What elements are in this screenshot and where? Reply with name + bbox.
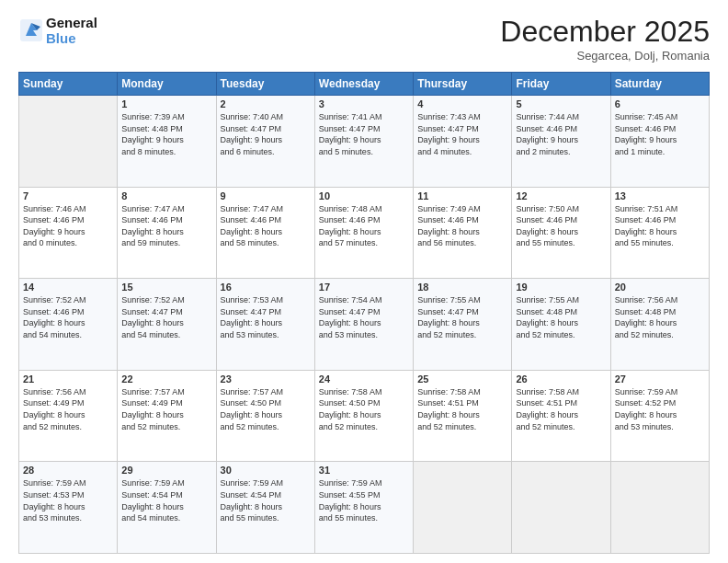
logo-text: General Blue bbox=[46, 15, 97, 46]
day-number: 29 bbox=[121, 465, 211, 476]
day-info: Sunrise: 7:41 AMSunset: 4:47 PMDaylight:… bbox=[319, 111, 409, 157]
day-info: Sunrise: 7:52 AMSunset: 4:47 PMDaylight:… bbox=[121, 294, 211, 340]
day-cell: 29Sunrise: 7:59 AMSunset: 4:54 PMDayligh… bbox=[118, 462, 216, 554]
week-row-3: 14Sunrise: 7:52 AMSunset: 4:46 PMDayligh… bbox=[19, 279, 710, 371]
day-cell: 19Sunrise: 7:55 AMSunset: 4:48 PMDayligh… bbox=[512, 279, 610, 371]
day-number: 24 bbox=[319, 373, 409, 385]
day-number: 21 bbox=[23, 373, 113, 385]
day-number: 16 bbox=[221, 282, 311, 293]
day-info: Sunrise: 7:53 AMSunset: 4:47 PMDaylight:… bbox=[221, 294, 311, 340]
day-info: Sunrise: 7:47 AMSunset: 4:46 PMDaylight:… bbox=[221, 203, 311, 249]
day-cell: 27Sunrise: 7:59 AMSunset: 4:52 PMDayligh… bbox=[610, 370, 709, 462]
day-info: Sunrise: 7:58 AMSunset: 4:50 PMDaylight:… bbox=[319, 386, 409, 432]
day-cell: 12Sunrise: 7:50 AMSunset: 4:46 PMDayligh… bbox=[512, 187, 610, 279]
day-cell: 9Sunrise: 7:47 AMSunset: 4:46 PMDaylight… bbox=[216, 187, 314, 279]
day-info: Sunrise: 7:59 AMSunset: 4:53 PMDaylight:… bbox=[23, 477, 113, 523]
logo: General Blue bbox=[18, 15, 97, 46]
day-number: 31 bbox=[319, 465, 409, 476]
week-row-4: 21Sunrise: 7:56 AMSunset: 4:49 PMDayligh… bbox=[19, 370, 710, 462]
day-info: Sunrise: 7:55 AMSunset: 4:47 PMDaylight:… bbox=[417, 294, 507, 340]
day-number: 1 bbox=[121, 98, 211, 109]
calendar-page: General Blue December 2025 Segarcea, Dol… bbox=[0, 0, 728, 563]
day-number: 14 bbox=[23, 282, 113, 293]
day-cell: 26Sunrise: 7:58 AMSunset: 4:51 PMDayligh… bbox=[512, 370, 610, 462]
day-cell: 30Sunrise: 7:59 AMSunset: 4:54 PMDayligh… bbox=[216, 462, 314, 554]
day-cell: 5Sunrise: 7:44 AMSunset: 4:46 PMDaylight… bbox=[512, 96, 610, 188]
week-row-1: 1Sunrise: 7:39 AMSunset: 4:48 PMDaylight… bbox=[19, 96, 710, 188]
day-cell bbox=[610, 462, 709, 554]
col-tuesday: Tuesday bbox=[216, 73, 314, 96]
day-cell: 15Sunrise: 7:52 AMSunset: 4:47 PMDayligh… bbox=[118, 279, 216, 371]
col-friday: Friday bbox=[512, 73, 610, 96]
day-number: 5 bbox=[516, 98, 606, 109]
month-title: December 2025 bbox=[500, 15, 710, 49]
day-number: 9 bbox=[221, 190, 311, 201]
week-row-5: 28Sunrise: 7:59 AMSunset: 4:53 PMDayligh… bbox=[19, 462, 710, 554]
day-info: Sunrise: 7:58 AMSunset: 4:51 PMDaylight:… bbox=[516, 386, 606, 432]
day-number: 8 bbox=[121, 190, 211, 201]
day-number: 3 bbox=[319, 98, 409, 109]
title-block: December 2025 Segarcea, Dolj, Romania bbox=[500, 15, 710, 63]
day-info: Sunrise: 7:59 AMSunset: 4:52 PMDaylight:… bbox=[615, 386, 705, 432]
day-info: Sunrise: 7:40 AMSunset: 4:47 PMDaylight:… bbox=[221, 111, 311, 157]
day-cell: 14Sunrise: 7:52 AMSunset: 4:46 PMDayligh… bbox=[19, 279, 118, 371]
col-sunday: Sunday bbox=[19, 73, 118, 96]
day-info: Sunrise: 7:54 AMSunset: 4:47 PMDaylight:… bbox=[319, 294, 409, 340]
day-number: 12 bbox=[516, 190, 606, 201]
day-cell bbox=[19, 96, 118, 188]
day-cell: 18Sunrise: 7:55 AMSunset: 4:47 PMDayligh… bbox=[414, 279, 512, 371]
day-info: Sunrise: 7:57 AMSunset: 4:50 PMDaylight:… bbox=[221, 386, 311, 432]
day-number: 6 bbox=[615, 98, 705, 109]
day-cell: 2Sunrise: 7:40 AMSunset: 4:47 PMDaylight… bbox=[216, 96, 314, 188]
day-number: 19 bbox=[516, 282, 606, 293]
logo-icon bbox=[18, 17, 44, 43]
day-info: Sunrise: 7:55 AMSunset: 4:48 PMDaylight:… bbox=[516, 294, 606, 340]
col-saturday: Saturday bbox=[610, 73, 709, 96]
day-cell: 23Sunrise: 7:57 AMSunset: 4:50 PMDayligh… bbox=[216, 370, 314, 462]
day-info: Sunrise: 7:59 AMSunset: 4:54 PMDaylight:… bbox=[221, 477, 311, 523]
day-info: Sunrise: 7:48 AMSunset: 4:46 PMDaylight:… bbox=[319, 203, 409, 249]
day-number: 23 bbox=[221, 373, 311, 385]
day-cell: 24Sunrise: 7:58 AMSunset: 4:50 PMDayligh… bbox=[314, 370, 413, 462]
day-number: 11 bbox=[417, 190, 507, 201]
day-info: Sunrise: 7:43 AMSunset: 4:47 PMDaylight:… bbox=[417, 111, 507, 157]
day-info: Sunrise: 7:45 AMSunset: 4:46 PMDaylight:… bbox=[615, 111, 705, 157]
day-info: Sunrise: 7:39 AMSunset: 4:48 PMDaylight:… bbox=[121, 111, 211, 157]
day-info: Sunrise: 7:58 AMSunset: 4:51 PMDaylight:… bbox=[417, 386, 507, 432]
day-info: Sunrise: 7:49 AMSunset: 4:46 PMDaylight:… bbox=[417, 203, 507, 249]
day-info: Sunrise: 7:47 AMSunset: 4:46 PMDaylight:… bbox=[121, 203, 211, 249]
day-cell: 13Sunrise: 7:51 AMSunset: 4:46 PMDayligh… bbox=[610, 187, 709, 279]
day-number: 27 bbox=[615, 373, 705, 385]
day-cell: 7Sunrise: 7:46 AMSunset: 4:46 PMDaylight… bbox=[19, 187, 118, 279]
day-info: Sunrise: 7:46 AMSunset: 4:46 PMDaylight:… bbox=[23, 203, 113, 249]
day-info: Sunrise: 7:44 AMSunset: 4:46 PMDaylight:… bbox=[516, 111, 606, 157]
day-info: Sunrise: 7:56 AMSunset: 4:48 PMDaylight:… bbox=[615, 294, 705, 340]
day-number: 7 bbox=[23, 190, 113, 201]
day-cell: 28Sunrise: 7:59 AMSunset: 4:53 PMDayligh… bbox=[19, 462, 118, 554]
day-info: Sunrise: 7:52 AMSunset: 4:46 PMDaylight:… bbox=[23, 294, 113, 340]
day-cell: 17Sunrise: 7:54 AMSunset: 4:47 PMDayligh… bbox=[314, 279, 413, 371]
day-info: Sunrise: 7:51 AMSunset: 4:46 PMDaylight:… bbox=[615, 203, 705, 249]
header: General Blue December 2025 Segarcea, Dol… bbox=[18, 15, 710, 63]
day-number: 22 bbox=[121, 373, 211, 385]
day-number: 26 bbox=[516, 373, 606, 385]
day-cell: 8Sunrise: 7:47 AMSunset: 4:46 PMDaylight… bbox=[118, 187, 216, 279]
day-info: Sunrise: 7:59 AMSunset: 4:54 PMDaylight:… bbox=[121, 477, 211, 523]
day-number: 2 bbox=[221, 98, 311, 109]
day-cell: 21Sunrise: 7:56 AMSunset: 4:49 PMDayligh… bbox=[19, 370, 118, 462]
day-cell: 4Sunrise: 7:43 AMSunset: 4:47 PMDaylight… bbox=[414, 96, 512, 188]
col-thursday: Thursday bbox=[414, 73, 512, 96]
day-cell: 11Sunrise: 7:49 AMSunset: 4:46 PMDayligh… bbox=[414, 187, 512, 279]
day-cell: 31Sunrise: 7:59 AMSunset: 4:55 PMDayligh… bbox=[314, 462, 413, 554]
day-cell: 6Sunrise: 7:45 AMSunset: 4:46 PMDaylight… bbox=[610, 96, 709, 188]
day-cell: 25Sunrise: 7:58 AMSunset: 4:51 PMDayligh… bbox=[414, 370, 512, 462]
col-wednesday: Wednesday bbox=[314, 73, 413, 96]
week-row-2: 7Sunrise: 7:46 AMSunset: 4:46 PMDaylight… bbox=[19, 187, 710, 279]
day-cell: 1Sunrise: 7:39 AMSunset: 4:48 PMDaylight… bbox=[118, 96, 216, 188]
header-row: Sunday Monday Tuesday Wednesday Thursday… bbox=[19, 73, 710, 96]
day-cell bbox=[512, 462, 610, 554]
day-cell: 16Sunrise: 7:53 AMSunset: 4:47 PMDayligh… bbox=[216, 279, 314, 371]
day-cell: 22Sunrise: 7:57 AMSunset: 4:49 PMDayligh… bbox=[118, 370, 216, 462]
day-cell: 20Sunrise: 7:56 AMSunset: 4:48 PMDayligh… bbox=[610, 279, 709, 371]
day-number: 10 bbox=[319, 190, 409, 201]
